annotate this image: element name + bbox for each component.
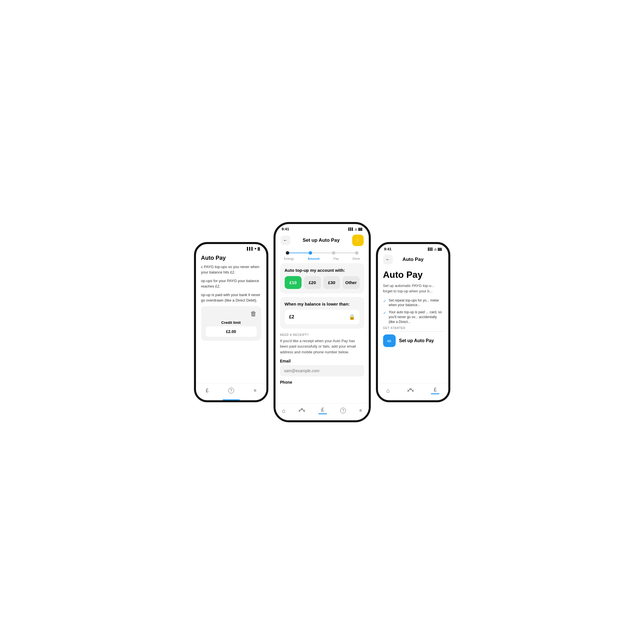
check-icon-1: ✓ <box>383 298 387 308</box>
setup-autopay-label: Set up Auto Pay <box>399 338 434 343</box>
divider <box>383 331 443 332</box>
left-content: Auto Pay c PAYG top-ups so you never whe… <box>196 252 266 344</box>
svg-line-8 <box>409 389 410 391</box>
amount-btn-30[interactable]: £30 <box>323 276 340 289</box>
left-body2: op-ups for your PAYG your balance reache… <box>201 278 261 289</box>
svg-point-5 <box>407 390 409 392</box>
svg-line-9 <box>411 389 412 391</box>
infinity-icon: ∞ <box>383 334 396 347</box>
menu-icon: ≡ <box>254 388 256 393</box>
right-back-button[interactable]: ← <box>383 255 393 264</box>
right-desc: Set up automatic PAYG top-u... forget to… <box>383 283 443 294</box>
svg-point-6 <box>410 389 411 390</box>
lightning-icon: ⚡ <box>354 237 361 244</box>
lightning-button[interactable]: ⚡ <box>352 235 364 246</box>
center-wifi-icon: △ <box>355 227 357 231</box>
right-nav-balance[interactable]: £ <box>431 387 439 394</box>
receipt-section: NEED A RECEIPT? If you'd like a receipt … <box>280 332 364 388</box>
topup-card: Auto top-up my account with: £10 £20 £30… <box>280 263 364 294</box>
step-label-done: Done <box>352 257 360 260</box>
home-icon: ⌂ <box>282 407 286 414</box>
svg-point-2 <box>304 410 305 412</box>
right-nav-title: Auto Pay <box>393 257 433 262</box>
svg-line-4 <box>303 409 304 411</box>
right-nav-underline <box>431 393 439 394</box>
left-nav-help[interactable]: ? <box>228 388 234 393</box>
balance-icon-center: £ <box>321 407 324 413</box>
balance-input-row: £2 🔒 <box>285 310 360 324</box>
right-nav-usage[interactable] <box>407 388 414 393</box>
center-nav-help[interactable]: ? <box>340 408 346 413</box>
svg-point-1 <box>301 409 303 410</box>
email-input[interactable] <box>280 365 364 377</box>
right-status-icons: ▌▌▌ △ ▓▓ <box>428 247 442 251</box>
left-title: Auto Pay <box>201 255 261 261</box>
trash-icon: 🗑 <box>206 310 257 318</box>
amount-btn-10[interactable]: £10 <box>285 276 302 289</box>
center-nav-home[interactable]: ⌂ <box>282 407 286 414</box>
battery-icon: ▓ <box>257 247 260 250</box>
nav-indicator <box>223 399 240 400</box>
right-battery-icon: ▓▓ <box>438 247 442 251</box>
topup-card-title: Auto top-up my account with: <box>285 268 360 273</box>
center-nav-balance[interactable]: £ <box>318 407 327 414</box>
step-label-energy: Energy <box>284 257 294 260</box>
step-dot-done <box>355 251 358 255</box>
credit-limit-value: £2.00 <box>206 326 257 337</box>
center-bottom-nav: ⌂ £ ? <box>276 403 369 420</box>
center-time: 9:41 <box>282 227 289 231</box>
get-started-label: GET STARTED <box>383 326 443 330</box>
left-body1: c PAYG top-ups so you never when your ba… <box>201 264 261 275</box>
setup-autopay-button[interactable]: ∞ Set up Auto Pay <box>383 334 443 347</box>
right-bottom-nav: ⌂ £ <box>378 383 448 400</box>
amount-btn-other[interactable]: Other <box>342 276 360 289</box>
step-dot-pay <box>332 251 335 255</box>
phone-label: Phone <box>280 380 364 385</box>
step-label-pay: Pay <box>333 257 339 260</box>
check-item-1: ✓ Set repeat top-ups for yo... meter whe… <box>383 298 443 308</box>
help-icon: ? <box>228 388 234 393</box>
right-balance-icon: £ <box>434 387 437 393</box>
balance-card: When my balance is lower than: £2 🔒 <box>280 297 364 329</box>
check-item-2: ✓ Your auto top-up is paid ... card, so … <box>383 310 443 324</box>
center-status-bar: 9:41 ▌▌▌ △ ▓▓ <box>276 224 369 232</box>
step-labels: Energy Amount Pay Done <box>280 256 364 263</box>
svg-point-7 <box>412 390 414 392</box>
credit-limit-label: Credit limit <box>206 320 257 325</box>
center-battery-icon: ▓▓ <box>358 227 362 231</box>
step-line-1 <box>289 253 309 253</box>
credit-card: 🗑 Credit limit £2.00 <box>201 306 261 341</box>
progress-steps <box>280 248 364 256</box>
phone-center: 9:41 ▌▌▌ △ ▓▓ ← Set up Auto Pay ⚡ <box>274 222 371 422</box>
step-line-2 <box>312 253 332 253</box>
menu-icon-center: ≡ <box>359 408 362 413</box>
phone-right: 9:41 ▌▌▌ △ ▓▓ ← Auto Pay Auto Pay Set up… <box>376 242 450 402</box>
left-bottom-nav: £ ? ≡ <box>196 383 266 400</box>
scene: ▌▌▌ ▾ ▓ Auto Pay c PAYG top-ups so you n… <box>165 222 479 422</box>
check-text-1: Set repeat top-ups for yo... meter when … <box>389 298 443 308</box>
center-nav-usage[interactable] <box>299 408 305 413</box>
center-nav-title: Set up Auto Pay <box>290 237 352 243</box>
usage-icon <box>299 408 305 413</box>
right-back-icon: ← <box>386 257 390 262</box>
amount-btn-20[interactable]: £20 <box>304 276 321 289</box>
left-status-bar: ▌▌▌ ▾ ▓ <box>196 244 266 252</box>
signal-icon: ▌▌▌ <box>247 247 253 250</box>
left-nav-menu[interactable]: ≡ <box>254 388 256 393</box>
left-nav-balance[interactable]: £ <box>206 388 209 394</box>
right-nav-home[interactable]: ⌂ <box>387 387 390 394</box>
right-wifi-icon: △ <box>434 247 437 251</box>
left-body3: op-up is paid with your bank ll never go… <box>201 292 261 303</box>
right-big-title: Auto Pay <box>383 270 443 280</box>
svg-point-0 <box>299 410 300 412</box>
center-nav-header: ← Set up Auto Pay ⚡ <box>276 232 369 248</box>
phone-left: ▌▌▌ ▾ ▓ Auto Pay c PAYG top-ups so you n… <box>194 242 268 402</box>
center-back-button[interactable]: ← <box>281 235 290 245</box>
check-text-2: Your auto top-up is paid ... card, so yo… <box>389 310 443 324</box>
center-nav-menu[interactable]: ≡ <box>359 408 362 413</box>
right-home-icon: ⌂ <box>387 387 390 394</box>
amount-buttons: £10 £20 £30 Other <box>285 276 360 289</box>
right-time: 9:41 <box>384 247 392 251</box>
right-usage-icon <box>407 388 414 393</box>
balance-card-title: When my balance is lower than: <box>285 302 360 306</box>
